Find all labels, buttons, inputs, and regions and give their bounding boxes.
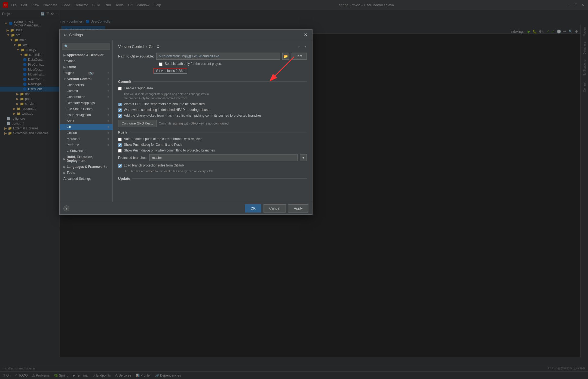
nav-menu-icon: ≡ [108, 90, 109, 93]
staging-checkbox-row: Enable staging area [118, 86, 307, 90]
settings-search-input[interactable] [62, 43, 110, 50]
bc-separator: › [146, 44, 147, 49]
dialog-title-icon: ⚙ [63, 33, 67, 37]
nav-item-directorymappings[interactable]: Directory Mappings [60, 100, 112, 106]
pushprotected-checkbox[interactable] [118, 149, 122, 153]
settings-dialog: ⚙ Settings ✕ ▶ Appearance & Behavior Key… [59, 29, 313, 215]
nav-back-button[interactable]: ← [297, 44, 301, 49]
divider-line [133, 81, 307, 82]
cherrypick-checkbox-row: Add the 'cherry-picked from <hash>' suff… [118, 114, 307, 118]
plugins-badge: 🔧 [88, 72, 94, 75]
crlf-checkbox-row: Warn if CRLF line separators are about t… [118, 102, 307, 106]
nav-menu-icon: ≡ [108, 126, 109, 129]
nav-item-appearance[interactable]: ▶ Appearance & Behavior [60, 52, 112, 58]
nav-label: Keymap [63, 59, 75, 63]
footer-buttons: OK Cancel Apply [245, 204, 308, 213]
nav-item-mercurial[interactable]: Mercurial ≡ [60, 136, 112, 142]
detached-checkbox-row: Warn when committing in detached HEAD or… [118, 108, 307, 112]
expand-icon: ▶ [63, 157, 66, 160]
commit-label: Commit [118, 80, 131, 84]
dialog-footer: ? OK Cancel Apply [60, 202, 312, 214]
nav-item-github[interactable]: GitHub ≡ [60, 130, 112, 136]
nav-label: Editor [67, 65, 76, 69]
nav-label: Tools [67, 171, 75, 175]
apply-button[interactable]: Apply [288, 204, 308, 213]
github-rules-checkbox[interactable] [118, 164, 122, 168]
branches-label: Protected branches: [118, 156, 147, 160]
nav-label: Issue Navigation [67, 113, 91, 117]
nav-menu-icon: ≡ [108, 72, 109, 75]
git-path-row: Path to Git executable: 📂 Test [118, 53, 307, 60]
help-button[interactable]: ? [63, 205, 69, 211]
nav-item-plugins[interactable]: Plugins 🔧 ≡ [60, 70, 112, 76]
showpush-checkbox-row: Show Push dialog for Commit and Push [118, 143, 307, 147]
cancel-button[interactable]: Cancel [264, 204, 286, 213]
dialog-header: ⚙ Settings ✕ [60, 30, 312, 40]
ok-button[interactable]: OK [245, 204, 261, 213]
dialog-close-button[interactable]: ✕ [302, 32, 308, 38]
nav-label: Plugins [63, 71, 74, 75]
nav-item-subversion[interactable]: ▶ Subversion [60, 148, 112, 154]
nav-label: Changelists [67, 83, 84, 87]
push-section-divider: Push [118, 130, 307, 134]
cherrypick-checkbox[interactable] [118, 114, 122, 118]
nav-menu-icon: ≡ [108, 96, 109, 99]
staging-checkbox[interactable] [118, 87, 122, 90]
nav-label: Languages & Frameworks [67, 165, 107, 169]
nav-item-changelists[interactable]: Changelists ≡ [60, 82, 112, 88]
autoupdate-checkbox[interactable] [118, 138, 122, 141]
set-path-checkbox[interactable] [159, 62, 163, 66]
update-label: Update [118, 177, 130, 181]
divider-line [129, 132, 307, 132]
dialog-body: ▶ Appearance & Behavior Keymap ▶ Editor … [60, 40, 312, 202]
branches-dropdown-button[interactable]: ▼ [300, 154, 307, 161]
nav-item-filestatuscolors[interactable]: File Status Colors ≡ [60, 106, 112, 112]
nav-menu-icon: ≡ [108, 144, 109, 147]
nav-item-perforce[interactable]: Perforce ≡ [60, 142, 112, 148]
nav-item-git[interactable]: Git ≡ [60, 124, 112, 130]
nav-item-tools[interactable]: ▶ Tools [60, 170, 112, 176]
divider-line [132, 178, 307, 179]
nav-item-build[interactable]: ▶ Build, Execution, Deployment [60, 154, 112, 164]
nav-menu-icon: ≡ [108, 108, 109, 111]
branches-input[interactable] [149, 154, 298, 161]
git-path-input[interactable] [156, 53, 280, 60]
settings-breadcrumb: Version Control › Git ⚙ ← → [118, 44, 307, 49]
crlf-checkbox[interactable] [118, 103, 122, 106]
nav-label: File Status Colors [67, 107, 93, 111]
browse-button[interactable]: 📂 [282, 53, 289, 60]
gpg-row: Configure GPG Key... Commits signing wit… [118, 120, 307, 127]
nav-label: Perforce [67, 143, 79, 147]
nav-item-issuenavigation[interactable]: Issue Navigation ≡ [60, 112, 112, 118]
branches-row: Protected branches: ▼ [118, 154, 307, 161]
nav-item-keymap[interactable]: Keymap [60, 58, 112, 64]
nav-item-confirmation[interactable]: Confirmation ≡ [60, 94, 112, 100]
set-path-label: Set this path only for the current proje… [165, 62, 222, 66]
nav-item-commit[interactable]: Commit ≡ [60, 88, 112, 94]
nav-item-advanced[interactable]: Advanced Settings [60, 176, 112, 182]
showpush-checkbox[interactable] [118, 143, 122, 147]
expand-icon: ▶ [63, 165, 66, 168]
push-label: Push [118, 130, 127, 134]
nav-item-shelf[interactable]: Shelf ≡ [60, 118, 112, 124]
nav-item-languages[interactable]: ▶ Languages & Frameworks [60, 164, 112, 170]
git-version-row: Git version is 2.38.1 [118, 68, 307, 76]
nav-forward-button[interactable]: → [303, 44, 307, 49]
expand-icon: ▼ [63, 78, 66, 81]
nav-label: Shelf [67, 119, 74, 123]
autoupdate-label: Auto-update if push of the current branc… [124, 137, 203, 141]
nav-label: Subversion [70, 149, 86, 153]
test-button[interactable]: Test [292, 53, 307, 60]
cherrypick-label: Add the 'cherry-picked from <hash>' suff… [124, 114, 262, 117]
nav-label: Version Control [67, 77, 91, 81]
settings-content: Version Control › Git ⚙ ← → Path to Git … [113, 40, 312, 202]
nav-item-editor[interactable]: ▶ Editor [60, 64, 112, 70]
nav-label: Confirmation [67, 95, 85, 99]
dialog-title-text: Settings [69, 33, 83, 37]
commit-section-divider: Commit [118, 80, 307, 84]
nav-label: Appearance & Behavior [67, 53, 103, 57]
nav-item-vcs[interactable]: ▼ Version Control ≡ [60, 76, 112, 82]
detached-checkbox[interactable] [118, 108, 122, 112]
configure-gpg-button[interactable]: Configure GPG Key... [118, 120, 157, 127]
bc-tool-icon: ⚙ [156, 44, 160, 49]
